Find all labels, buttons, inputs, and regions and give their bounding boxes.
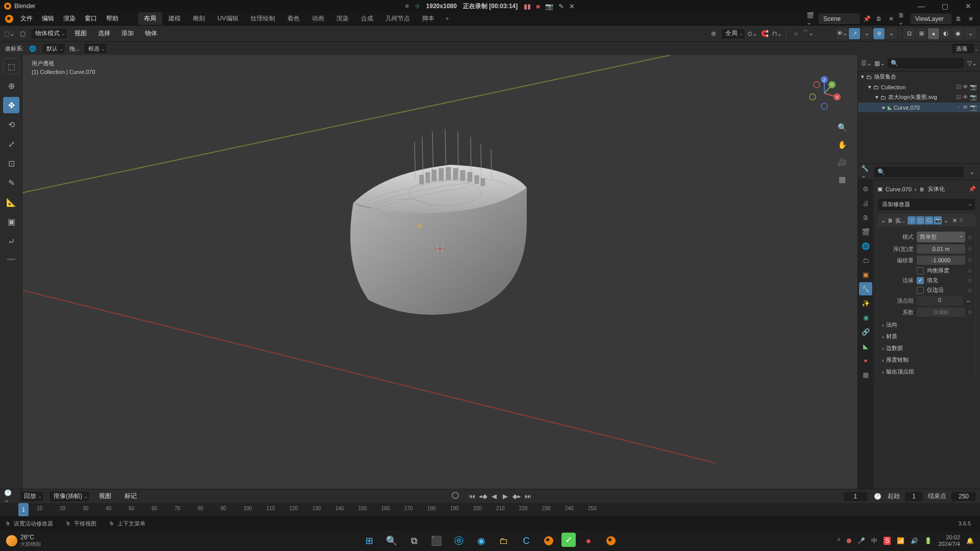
end-frame[interactable]: 250 [951,492,976,501]
mod-cage-icon[interactable]: ▢ [916,216,924,224]
taskview-icon[interactable]: ⧉ [404,533,424,549]
pin-props-icon[interactable]: 📌 [969,186,976,192]
mode-icon[interactable]: ▢ [17,29,28,39]
viewlayer-browse-icon[interactable]: 🗎⌄ [898,14,909,24]
tab-layout[interactable]: 布局 [138,12,162,25]
tool-select[interactable]: ⬚ [3,58,19,74]
tab-collection-props[interactable]: 🗀 [859,254,872,267]
props-opts-icon[interactable]: ⌄ [967,167,977,177]
add-modifier-dropdown[interactable]: 添加修改器 [877,198,976,211]
mod-delete-icon[interactable]: ✕ [952,217,957,224]
annotate-icon[interactable]: ✎ [558,3,564,10]
row-materials[interactable]: ›材质 [882,331,971,342]
autokey-icon[interactable] [452,492,459,499]
menu-render[interactable]: 渲染 [59,13,80,24]
proportional-curve-icon[interactable]: ⌒⌄ [803,29,813,39]
tab-scene-props[interactable]: 🎬 [859,225,872,238]
vgroup-field[interactable]: ⠿ [917,296,963,306]
tab-texture[interactable]: ▦ [859,368,872,381]
orientation-icon[interactable]: ⊕ [708,29,719,39]
tool-annotate[interactable]: ✎ [3,174,19,191]
bc-mod[interactable]: 实体化 [928,185,945,193]
tray-ime-icon[interactable]: 中 [871,537,877,545]
overlay-opts-icon[interactable]: ⌄ [886,28,897,39]
clock[interactable]: 20:02 2024/7/4 [938,534,960,547]
mode-field[interactable]: 简单型 [917,232,965,242]
minimize-icon[interactable]: — [914,2,929,10]
start-frame[interactable]: 1 [905,492,923,501]
jump-end-icon[interactable]: ⏭ [523,492,532,501]
tab-uv[interactable]: UV编辑 [211,12,244,25]
timeline-marker[interactable]: 标记 [120,490,141,502]
viewlayer-field[interactable]: ViewLayer [911,14,951,24]
row-outvg[interactable]: ›输出顶点组 [882,366,971,378]
scene-name-field[interactable]: Scene [819,14,860,24]
tree-svg[interactable]: ▾🗀农大logo矢量图.svg ☑👁📷 [858,92,980,103]
coord-dropdown[interactable]: 默认 [42,43,65,54]
menu-object[interactable]: 物体 [141,28,161,39]
close-recorder-icon[interactable]: ✕ [569,3,575,10]
playback-dropdown[interactable]: 回放 [19,491,44,502]
tab-sculpting[interactable]: 雕刻 [187,12,211,25]
pin-icon[interactable]: ⊹ [415,3,420,10]
blender-task-icon[interactable] [539,533,558,549]
shading-opts-icon[interactable]: ⌄ [965,28,976,39]
timeline-type-icon[interactable]: 🕐⌄ [4,491,14,502]
tool-measure[interactable]: 📐 [3,194,19,210]
mod-collapse-icon[interactable]: ⌄ [881,217,886,224]
outliner-search[interactable]: 🔍 [888,58,964,68]
bc-obj[interactable]: Curve.070 [886,186,912,192]
tab-viewlayer[interactable]: 🗎 [859,211,872,224]
select-mode-dropdown[interactable]: 框选 [84,43,107,54]
tab-particles[interactable]: ✨ [859,296,872,310]
notifications-icon[interactable]: 🔔 [966,537,974,544]
rim-only-checkbox[interactable] [917,287,924,294]
even-thickness-checkbox[interactable] [917,267,924,274]
screenshot-icon[interactable]: 📷 [545,3,553,10]
pivot-icon[interactable]: ⊙⌄ [747,29,757,39]
close-icon[interactable]: ✕ [961,2,976,10]
tray-battery-icon[interactable]: 🔋 [924,537,932,544]
tab-material[interactable]: ● [859,354,872,367]
add-workspace-icon[interactable]: + [440,13,454,24]
menu-add[interactable]: 添加 [117,28,138,39]
pause-icon[interactable]: ▮▮ [524,3,531,10]
offset-field[interactable]: -1.0000 [917,256,965,265]
tab-animation[interactable]: 动画 [306,12,330,25]
edge2-icon[interactable]: ◉ [472,533,491,549]
play-rev-icon[interactable]: ◀ [489,492,499,501]
proportional-icon[interactable]: ○ [791,29,801,39]
current-frame[interactable]: 1 [844,492,868,501]
current-frame-marker[interactable]: 1 [18,503,29,516]
menu-window[interactable]: 窗口 [81,13,101,24]
tray-volume-icon[interactable]: 🔊 [911,537,918,544]
thickness-field[interactable]: 0.01 m [917,244,965,254]
edge-icon[interactable]: ⓔ [449,533,469,549]
options-dropdown[interactable]: 选项 [951,43,975,54]
anim-dot[interactable] [968,236,971,239]
solid-icon[interactable]: ● [928,28,939,39]
menu-file[interactable]: 文件 [16,13,37,24]
tool-addcube[interactable]: ▣ [3,213,19,230]
viewport-3d[interactable]: 用户透视 (1) Collection | Curve.070 [22,55,857,489]
clock-icon[interactable]: 🕐 [872,491,883,502]
xray-icon[interactable]: ⊡ [903,28,915,39]
hamburger-icon[interactable]: ≡ [405,3,409,10]
mod-drag-icon[interactable]: ⠿ [959,217,963,224]
tool-transform[interactable]: ⊡ [3,155,19,171]
editor-type-icon[interactable]: ⬚⌄ [4,29,14,39]
filter-icon[interactable]: ▽⌄ [967,58,977,68]
tab-modifiers[interactable]: 🔧 [859,282,872,295]
start-icon[interactable]: ⊞ [359,533,379,549]
tool-cursor[interactable]: ⊕ [3,78,19,94]
scene-del-icon[interactable]: ✕ [886,14,896,24]
snap-icon[interactable]: 🧲 [760,29,770,39]
scene-browse-icon[interactable]: 🎬⌄ [806,14,817,24]
keyframe-prev-icon[interactable]: ◂◆ [478,492,487,501]
factor-field[interactable]: 0.000 [917,308,965,317]
visibility-icon[interactable]: 👁⌄ [837,28,848,39]
tray-security-icon[interactable]: ⬣ [846,537,851,544]
orientation-dropdown[interactable]: 全局 [721,28,745,39]
outliner-display-icon[interactable]: ▦⌄ [874,58,885,68]
row-clamp[interactable]: ›厚度钳制 [882,354,971,366]
